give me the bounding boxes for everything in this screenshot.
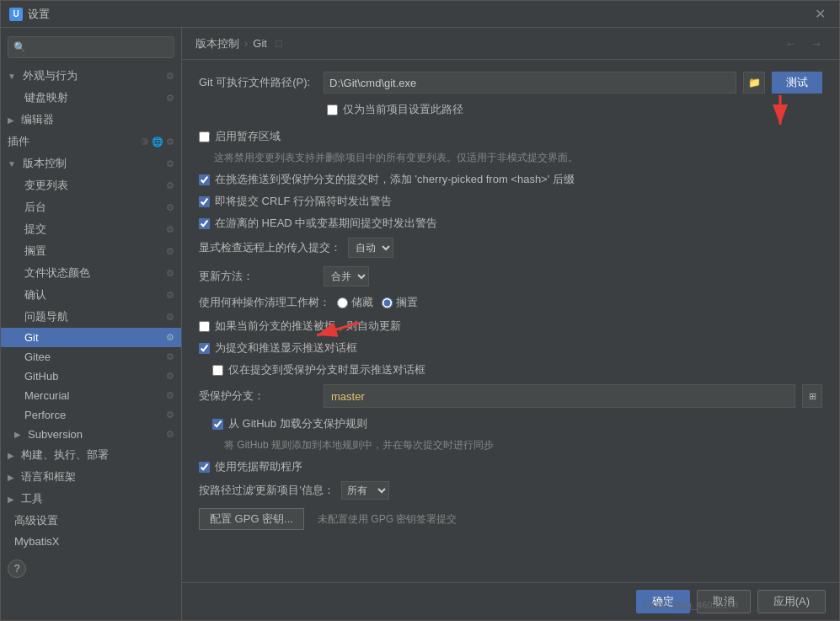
set-for-project-checkbox[interactable] (327, 104, 338, 115)
chevron-lang: ▶ (8, 473, 14, 482)
sidebar-item-tools[interactable]: ▶ 工具 (1, 488, 181, 510)
nav-arrows: ← → (782, 35, 826, 52)
sidebar-label-keymap: 键盘映射 (24, 90, 68, 105)
sidebar-item-background[interactable]: 后台 ⚙ (1, 196, 181, 218)
right-panel: 版本控制 › Git □ ← → Git 可执行文件路径(P): (182, 28, 839, 620)
clean-stash-radio[interactable] (337, 297, 348, 308)
chevron-icon-editor: ▶ (8, 115, 14, 125)
clean-shelve-option: 搁置 (382, 295, 418, 310)
sidebar-label-github: GitHub (24, 370, 58, 383)
sidebar-label-shelve: 搁置 (24, 244, 46, 259)
sidebar-label-background: 后台 (24, 200, 46, 215)
sidebar-item-subversion[interactable]: ▶ Subversion ⚙ (1, 425, 181, 444)
gpg-hint: 未配置使用 GPG 密钥签署提交 (318, 512, 457, 527)
clean-shelve-label: 搁置 (396, 295, 418, 310)
sidebar-item-mercurial[interactable]: Mercurial ⚙ (1, 386, 181, 405)
sidebar-item-vcs[interactable]: ▼ 版本控制 ⚙ (1, 153, 181, 174)
sidebar-item-lang[interactable]: ▶ 语言和框架 (1, 466, 181, 488)
sidebar-item-commit[interactable]: 提交 ⚙ (1, 218, 181, 240)
title-bar-left: U 设置 (9, 7, 50, 22)
github-icon: ⚙ (166, 371, 174, 382)
sidebar-item-editor[interactable]: ▶ 编辑器 (1, 109, 181, 131)
update-label: 更新方法： (199, 269, 317, 284)
crlf-checkbox[interactable] (199, 196, 210, 207)
sidebar-item-git[interactable]: Git ⚙ (1, 328, 181, 347)
app-icon: U (9, 8, 23, 21)
shelve-icon: ⚙ (166, 246, 174, 257)
settings-dialog: U 设置 ✕ 🔍 ▼ 外观与行为 ⚙ 键盘映射 ⚙ ▶ 编辑器 (0, 0, 840, 621)
sidebar-item-appearance[interactable]: ▼ 外观与行为 ⚙ (1, 65, 181, 87)
sidebar-item-issue-nav[interactable]: 问题导航 ⚙ (1, 306, 181, 328)
title-bar: U 设置 ✕ (1, 1, 839, 28)
protected-branch-input[interactable] (324, 384, 795, 408)
help-button[interactable]: ? (8, 559, 26, 578)
filter-label: 按路径过滤'更新项目'信息： (199, 483, 334, 498)
sidebar-item-github[interactable]: GitHub ⚙ (1, 367, 181, 386)
detached-head-checkbox[interactable] (199, 218, 210, 229)
auto-update-checkbox[interactable] (199, 321, 210, 332)
sidebar-item-keymap[interactable]: 键盘映射 ⚙ (1, 87, 181, 109)
sidebar-label-mybatisx: MybatisX (14, 535, 59, 548)
sidebar-item-confirm[interactable]: 确认 ⚙ (1, 284, 181, 306)
merc-icon: ⚙ (166, 390, 174, 401)
clean-label: 使用何种操作清理工作树： (199, 295, 330, 310)
sidebar-item-perforce[interactable]: Perforce ⚙ (1, 405, 181, 425)
breadcrumb-git: Git (253, 37, 267, 50)
push-dialog-protected-row: 仅在提交到受保护分支时显示推送对话框 (199, 362, 822, 377)
push-dialog-checkbox[interactable] (199, 343, 210, 354)
detached-head-row: 在游离的 HEAD 中或变基期间提交时发出警告 (199, 216, 822, 231)
panel-header: 版本控制 › Git □ ← → (182, 28, 839, 60)
sidebar-item-build[interactable]: ▶ 构建、执行、部署 (1, 444, 181, 466)
chevron-tools: ▶ (8, 495, 14, 504)
breadcrumb-separator: › (244, 37, 248, 50)
sidebar-item-advanced[interactable]: 高级设置 (1, 510, 181, 532)
breadcrumb: 版本控制 › Git □ (195, 36, 282, 51)
sidebar-label-issue-nav: 问题导航 (24, 309, 68, 324)
sidebar-item-plugins[interactable]: 插件 ③ 🌐 ⚙ (1, 131, 181, 153)
folder-button[interactable]: 📁 (743, 72, 765, 94)
apply-button[interactable]: 应用(A) (757, 590, 826, 613)
search-icon: 🔍 (13, 41, 26, 53)
crlf-row: 即将提交 CRLF 行分隔符时发出警告 (199, 194, 822, 209)
dialog-title: 设置 (28, 7, 50, 22)
sidebar-label-vcs: 版本控制 (23, 156, 67, 171)
clean-stash-option: 储藏 (337, 295, 373, 310)
search-input[interactable] (29, 41, 169, 53)
detached-head-label: 在游离的 HEAD 中或变基期间提交时发出警告 (215, 216, 437, 231)
sidebar-item-shelve[interactable]: 搁置 ⚙ (1, 240, 181, 262)
sidebar-label-tools: 工具 (21, 491, 43, 506)
bg-icon: ⚙ (166, 202, 174, 213)
search-box[interactable]: 🔍 (8, 36, 174, 58)
cherry-pick-checkbox[interactable] (199, 174, 210, 185)
test-button[interactable]: 测试 (772, 72, 822, 94)
filter-select[interactable]: 所有 路径1 (341, 481, 389, 500)
sidebar-item-gitee[interactable]: Gitee ⚙ (1, 347, 181, 367)
load-github-checkbox[interactable] (212, 419, 223, 430)
sidebar-label-gitee: Gitee (24, 351, 51, 363)
fetch-select[interactable]: 自动 手动 禁用 (348, 238, 393, 258)
chevron-svn: ▶ (14, 430, 21, 439)
git-path-input[interactable] (324, 72, 736, 94)
gpg-button[interactable]: 配置 GPG 密钥... (199, 508, 304, 530)
close-button[interactable]: ✕ (810, 4, 831, 24)
cherry-pick-label: 在挑选推送到受保护分支的提交时，添加 'cherry-picked from <… (215, 172, 575, 187)
gpg-row: 配置 GPG 密钥... 未配置使用 GPG 密钥签署提交 (199, 508, 822, 530)
clean-row: 使用何种操作清理工作树： 储藏 搁置 (199, 295, 822, 310)
credential-checkbox[interactable] (199, 462, 210, 473)
sidebar-item-change-list[interactable]: 变更列表 ⚙ (1, 174, 181, 196)
push-dialog-protected-checkbox[interactable] (212, 365, 223, 376)
forward-arrow[interactable]: → (807, 35, 826, 52)
watermark-text: CSDN @qq_46032178 (643, 600, 738, 610)
enable-shelve-checkbox[interactable] (199, 131, 210, 142)
sidebar-label-advanced: 高级设置 (14, 513, 58, 528)
update-select[interactable]: 合并 变基 快进 (324, 266, 369, 286)
expand-button[interactable]: ⊞ (802, 384, 822, 408)
back-arrow[interactable]: ← (782, 35, 800, 52)
sidebar-item-mybatisx[interactable]: MybatisX (1, 532, 181, 551)
enable-shelve-label: 启用暂存区域 (215, 129, 281, 144)
vcs-settings-icon: ⚙ (166, 158, 174, 169)
sidebar-item-file-status[interactable]: 文件状态颜色 ⚙ (1, 262, 181, 284)
update-row: 更新方法： 合并 变基 快进 (199, 266, 822, 286)
clean-shelve-radio[interactable] (382, 297, 393, 308)
sidebar-label-subversion: Subversion (28, 428, 83, 441)
